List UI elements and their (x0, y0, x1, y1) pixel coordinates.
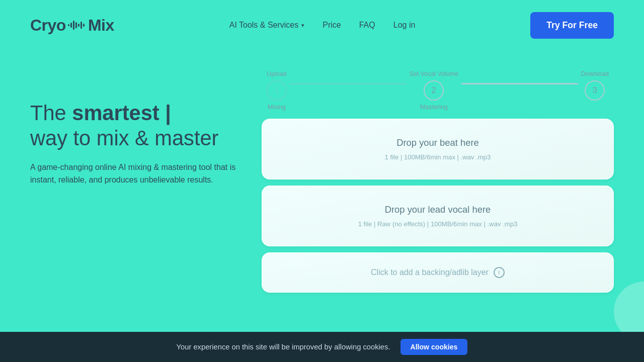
nav-link-faq[interactable]: FAQ (359, 21, 375, 29)
step-1-label: Upload (267, 70, 287, 77)
upload-section: Upload 1 Mixing Set Vocal Volume 2 Maste… (262, 70, 614, 293)
step-line-2-3 (461, 83, 578, 84)
step-1-sublabel: Mixing (268, 104, 286, 111)
beat-drop-zone[interactable]: Drop your beat here 1 file | 100MB/6min … (262, 119, 614, 179)
nav-link-ai-tools[interactable]: AI Tools & Services ▾ (229, 21, 305, 30)
hero-description: A game-changing online AI mixing & maste… (30, 161, 242, 187)
svg-rect-3 (75, 22, 77, 28)
allow-cookies-button[interactable]: Allow cookies (400, 339, 468, 355)
beat-drop-sub: 1 file | 100MB/6min max | .wav .mp3 (272, 153, 603, 161)
cookie-message: Your experience on this site will be imp… (177, 343, 390, 351)
main-content: The smartest | way to mix & master A gam… (0, 50, 644, 293)
step-1: Upload 1 Mixing (267, 70, 287, 111)
nav-link-price[interactable]: Price (323, 21, 341, 29)
step-2-label: Set Vocal Volume (409, 70, 458, 77)
svg-rect-6 (83, 24, 85, 27)
nav-link-login[interactable]: Log in (393, 21, 416, 29)
svg-rect-1 (70, 23, 72, 28)
logo-text-mix: Mix (88, 16, 114, 35)
nav-item-price[interactable]: Price (323, 21, 341, 30)
step-1-circle: 1 (267, 80, 287, 101)
svg-rect-2 (73, 21, 74, 30)
vocal-drop-sub: 1 file | Raw (no effects) | 100MB/6min m… (272, 220, 603, 228)
step-2: Set Vocal Volume 2 Mastering (409, 70, 458, 111)
logo-text-cryo: Cryo (30, 16, 66, 35)
step-3: Download 3 (581, 70, 609, 104)
nav-item-ai-tools[interactable]: AI Tools & Services ▾ (229, 21, 305, 30)
chevron-down-icon: ▾ (301, 22, 304, 29)
stepper: Upload 1 Mixing Set Vocal Volume 2 Maste… (262, 70, 614, 111)
step-2-circle: 2 (424, 80, 444, 101)
hero-section: The smartest | way to mix & master A gam… (30, 70, 242, 187)
navbar: Cryo Mix AI Tools & Services ▾ Price (0, 0, 644, 50)
logo-waveform-icon (68, 20, 86, 31)
step-3-label: Download (581, 70, 609, 77)
beat-drop-title: Drop your beat here (272, 137, 603, 148)
logo[interactable]: Cryo Mix (30, 16, 114, 35)
nav-links: AI Tools & Services ▾ Price FAQ Log in (229, 21, 416, 30)
try-for-free-button[interactable]: Try For Free (530, 12, 614, 39)
hero-title: The smartest | way to mix & master (30, 101, 242, 151)
svg-rect-5 (80, 22, 82, 29)
nav-item-login[interactable]: Log in (393, 21, 416, 30)
svg-rect-0 (68, 24, 69, 26)
info-icon[interactable]: i (494, 267, 505, 278)
step-line-1-2 (290, 83, 406, 84)
add-layer-text: Click to add a backing/adlib layer (371, 268, 489, 277)
vocal-drop-zone[interactable]: Drop your lead vocal here 1 file | Raw (… (262, 186, 614, 246)
svg-rect-4 (78, 24, 79, 27)
step-3-circle: 3 (585, 80, 605, 101)
cookie-banner: Your experience on this site will be imp… (0, 332, 644, 362)
vocal-drop-title: Drop your lead vocal here (272, 204, 603, 215)
step-2-sublabel: Mastering (420, 104, 448, 111)
nav-item-faq[interactable]: FAQ (359, 21, 375, 30)
add-layer-zone[interactable]: Click to add a backing/adlib layer i (262, 252, 614, 293)
